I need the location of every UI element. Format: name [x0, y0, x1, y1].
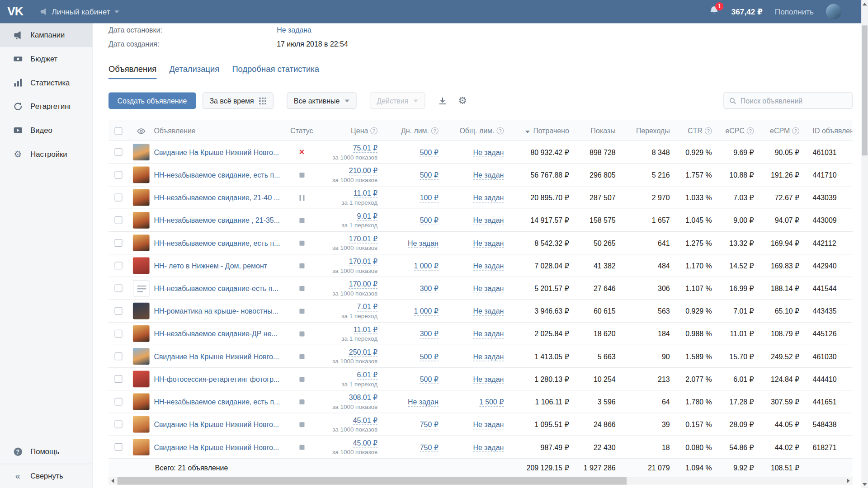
- day-limit-link[interactable]: 500 ₽: [420, 352, 439, 361]
- day-limit-link[interactable]: 750 ₽: [420, 420, 439, 429]
- column-header-day-limit[interactable]: Дн. лим.?: [382, 127, 443, 135]
- sidebar-item-statistics[interactable]: Статистика: [0, 71, 92, 95]
- ad-title-link[interactable]: НН-незабываемое свидание, есть п...: [154, 171, 280, 179]
- help-icon[interactable]: ?: [705, 127, 712, 135]
- help-icon[interactable]: ?: [747, 127, 754, 135]
- total-limit-link[interactable]: 1 500 ₽: [479, 398, 504, 407]
- price-link[interactable]: 11.01 ₽: [354, 325, 377, 334]
- row-checkbox[interactable]: [114, 148, 122, 156]
- day-limit-link[interactable]: 500 ₽: [420, 171, 439, 180]
- price-link[interactable]: 6.01 ₽: [357, 371, 378, 380]
- day-limit-link[interactable]: 300 ₽: [420, 329, 439, 338]
- row-checkbox[interactable]: [114, 443, 122, 451]
- day-limit-link[interactable]: 750 ₽: [420, 443, 439, 452]
- tab-detailing[interactable]: Детализация: [169, 58, 219, 80]
- day-limit-link[interactable]: 300 ₽: [420, 284, 439, 293]
- vertical-scroll-thumb[interactable]: [862, 25, 868, 155]
- ad-title-link[interactable]: НН-романтика на крыше- новостны...: [154, 307, 278, 315]
- actions-dropdown[interactable]: Действия: [370, 92, 425, 109]
- column-header-status[interactable]: Статус: [287, 127, 316, 135]
- help-icon[interactable]: ?: [431, 127, 439, 135]
- day-limit-link[interactable]: 500 ₽: [420, 375, 439, 384]
- scroll-up-arrow[interactable]: [861, 0, 868, 8]
- day-limit-link[interactable]: 1 000 ₽: [414, 262, 438, 271]
- status-filter-dropdown[interactable]: Все активные: [287, 92, 356, 109]
- scroll-left-arrow[interactable]: [108, 477, 117, 485]
- table-row[interactable]: НН-незабываемое свидание, 21-40 ... 11.0…: [108, 187, 853, 209]
- total-limit-link[interactable]: Не задан: [473, 284, 504, 293]
- price-link[interactable]: 210.00 ₽: [349, 167, 377, 176]
- ad-title-link[interactable]: Свидание На Крыше Нижний Новго...: [154, 420, 279, 428]
- help-icon[interactable]: ?: [496, 127, 504, 135]
- price-link[interactable]: 11.01 ₽: [354, 189, 377, 198]
- day-limit-link[interactable]: 100 ₽: [420, 193, 439, 202]
- total-limit-link[interactable]: Не задан: [473, 239, 504, 248]
- ad-title-link[interactable]: Свидание На Крыше Нижний Новго...: [154, 443, 279, 451]
- create-ad-button[interactable]: Создать объявление: [108, 92, 196, 109]
- row-checkbox[interactable]: [114, 375, 122, 383]
- row-checkbox[interactable]: [114, 216, 122, 224]
- column-header-ad[interactable]: Объявление: [154, 127, 287, 135]
- column-header-impressions[interactable]: Показы: [574, 127, 620, 135]
- total-limit-link[interactable]: Не задан: [473, 193, 504, 202]
- sidebar-item-campaigns[interactable]: Кампании: [0, 23, 92, 47]
- avatar[interactable]: [826, 4, 841, 19]
- column-header-ecpc[interactable]: eCPC?: [716, 127, 758, 135]
- price-link[interactable]: 250.01 ₽: [349, 348, 377, 357]
- ad-title-link[interactable]: НН-фотосессия-ретаргетинг фотогр...: [154, 375, 279, 383]
- total-limit-link[interactable]: Не задан: [473, 216, 504, 225]
- cabinet-menu[interactable]: Личный кабинет: [40, 7, 119, 16]
- vk-logo[interactable]: VK: [7, 5, 23, 19]
- row-checkbox[interactable]: [114, 262, 122, 269]
- ad-title-link[interactable]: НН-незабываемое свидание, 21-40 ...: [154, 193, 280, 202]
- ad-title-link[interactable]: НН- лето в Нижнем - Дом, ремонт: [154, 262, 267, 270]
- price-link[interactable]: 7.01 ₽: [357, 303, 378, 312]
- tab-ads[interactable]: Объявления: [108, 58, 156, 80]
- table-row[interactable]: НН-незабываемое свидание-ДР не... 11.01 …: [108, 323, 853, 345]
- price-link[interactable]: 308.01 ₽: [349, 394, 377, 403]
- day-limit-link[interactable]: 1 000 ₽: [414, 307, 438, 316]
- table-row[interactable]: НН-незабываемое свидание , 21-35... 9.01…: [108, 209, 853, 232]
- price-link[interactable]: 75.01 ₽: [353, 144, 377, 153]
- row-checkbox[interactable]: [114, 194, 122, 202]
- total-limit-link[interactable]: Не задан: [473, 262, 504, 271]
- ad-title-link[interactable]: НН-незабываемое свидание , 21-35...: [154, 216, 280, 224]
- notifications-button[interactable]: 1: [709, 5, 719, 18]
- table-row[interactable]: Свидание На Крыше Нижний Новго... 45.00 …: [108, 436, 853, 459]
- table-row[interactable]: Свидание На Крыше Нижний Новго... 45.01 …: [108, 413, 853, 436]
- ad-title-link[interactable]: НН-незабываемое свидание-есть п...: [154, 284, 278, 292]
- column-header-ecpm[interactable]: eCPM?: [759, 127, 804, 135]
- ad-title-link[interactable]: Свидание На Крыше Нижний Новго...: [154, 148, 279, 156]
- price-link[interactable]: 45.00 ₽: [353, 439, 377, 448]
- stop-date-value-link[interactable]: Не задана: [277, 26, 311, 34]
- sidebar-item-help[interactable]: ? Помощь: [0, 440, 92, 464]
- table-row[interactable]: НН-незабываемое свидание, есть п... 170.…: [108, 232, 853, 254]
- day-limit-link[interactable]: 500 ₽: [420, 148, 439, 157]
- day-limit-link[interactable]: Не задан: [408, 239, 439, 248]
- table-settings-button[interactable]: ⚙: [454, 92, 472, 109]
- sidebar-item-budget[interactable]: Бюджет: [0, 47, 92, 71]
- ad-title-link[interactable]: НН-незабываемое свидание, есть п...: [154, 398, 280, 406]
- table-row[interactable]: НН-незабываемое свидание-есть п... 170.0…: [108, 277, 853, 300]
- horizontal-scroll-thumb[interactable]: [118, 477, 627, 485]
- sidebar-item-video[interactable]: Видео: [0, 118, 92, 142]
- total-limit-link[interactable]: Не задан: [473, 171, 504, 180]
- total-limit-link[interactable]: Не задан: [473, 307, 504, 316]
- column-header-clicks[interactable]: Переходы: [620, 127, 674, 135]
- sidebar-item-settings[interactable]: ⚙ Настройки: [0, 142, 92, 166]
- table-row[interactable]: НН-романтика на крыше- новостны... 7.01 …: [108, 300, 853, 323]
- row-checkbox[interactable]: [114, 330, 122, 338]
- ad-title-link[interactable]: НН-незабываемое свидание, есть п...: [154, 239, 280, 247]
- column-header-ctr[interactable]: CTR?: [674, 127, 716, 135]
- vertical-scrollbar[interactable]: [861, 0, 868, 488]
- total-limit-link[interactable]: Не задан: [473, 420, 504, 429]
- select-all-checkbox[interactable]: [114, 127, 122, 135]
- day-limit-link[interactable]: Не задан: [408, 398, 439, 407]
- column-header-price[interactable]: Цена?: [316, 127, 382, 135]
- row-checkbox[interactable]: [114, 307, 122, 315]
- price-link[interactable]: 45.01 ₽: [353, 416, 377, 425]
- row-checkbox[interactable]: [114, 239, 122, 247]
- column-header-total-limit[interactable]: Общ. лим.?: [443, 127, 508, 135]
- topup-button[interactable]: Пополнить: [775, 7, 814, 16]
- search-input[interactable]: [741, 97, 847, 105]
